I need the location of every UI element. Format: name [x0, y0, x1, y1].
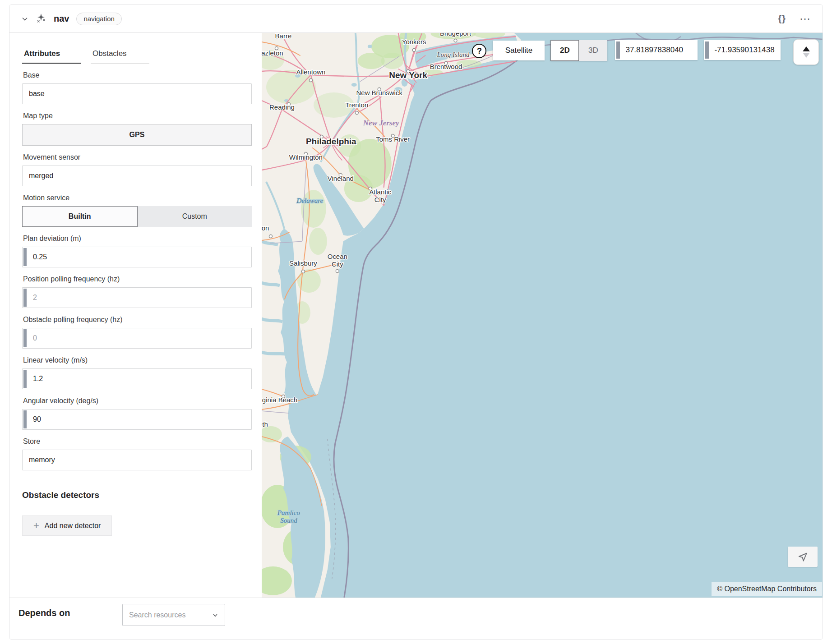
- tab-attributes[interactable]: Attributes: [22, 49, 81, 64]
- linear-velocity-label: Linear velocity (m/s): [23, 356, 251, 364]
- svg-text:Hazleton: Hazleton: [262, 49, 283, 57]
- map-mode-2d-button[interactable]: 2D: [550, 40, 579, 61]
- field-movement-sensor: Movement sensor: [22, 153, 251, 186]
- plan-deviation-input[interactable]: [22, 247, 252, 267]
- svg-text:Vineland: Vineland: [328, 175, 354, 182]
- map-canvas[interactable]: BarreHazletonAllentownReadingLancasterPh…: [262, 33, 823, 598]
- resource-card: nav navigation {} ⋯ Attributes Obstacles…: [9, 5, 823, 639]
- map-mode-toggle: 2D 3D: [550, 40, 607, 61]
- svg-text:Virginia Beach: Virginia Beach: [262, 396, 297, 404]
- angular-velocity-label: Angular velocity (deg/s): [23, 397, 251, 405]
- tab-obstacles[interactable]: Obstacles: [91, 49, 149, 64]
- latitude-field: [615, 40, 698, 60]
- position-polling-input[interactable]: [22, 287, 252, 308]
- field-map-type: Map type GPS: [22, 112, 251, 146]
- svg-text:Wilmington: Wilmington: [289, 153, 323, 161]
- longitude-field: [704, 40, 781, 60]
- motion-service-segmented: Builtin Custom: [22, 206, 252, 227]
- svg-text:PamlicoSound: PamlicoSound: [277, 509, 300, 524]
- svg-text:Yonkers: Yonkers: [402, 38, 426, 46]
- plan-deviation-label: Plan deviation (m): [23, 235, 251, 243]
- add-new-detector-label: Add new detector: [45, 522, 101, 530]
- attributes-panel: Attributes Obstacles Base Map type GPS M…: [9, 33, 262, 598]
- map-type-gps-button[interactable]: GPS: [22, 124, 252, 146]
- field-position-polling: Position polling frequency (hz): [22, 275, 251, 308]
- step-down-icon[interactable]: [803, 53, 809, 58]
- navigation-arrow-icon: [797, 551, 809, 563]
- field-motion-service: Motion service Builtin Custom: [22, 194, 251, 227]
- latitude-input[interactable]: [615, 40, 698, 60]
- svg-text:Barre: Barre: [275, 33, 292, 40]
- store-label: Store: [23, 437, 251, 446]
- motion-service-builtin-button[interactable]: Builtin: [22, 206, 138, 227]
- satellite-toggle-button[interactable]: Satellite: [493, 41, 545, 60]
- svg-text:Reading: Reading: [269, 103, 295, 111]
- map-container: BarreHazletonAllentownReadingLancasterPh…: [262, 33, 823, 598]
- svg-text:New York: New York: [389, 70, 428, 80]
- base-input[interactable]: [22, 83, 252, 104]
- depends-on-select[interactable]: Search resources: [122, 604, 225, 626]
- field-store: Store: [22, 437, 251, 470]
- movement-sensor-label: Movement sensor: [23, 153, 251, 161]
- step-up-icon[interactable]: [803, 46, 810, 51]
- motion-service-label: Motion service: [23, 194, 251, 202]
- svg-text:Toms River: Toms River: [376, 135, 410, 143]
- svg-text:New Jersey: New Jersey: [363, 119, 399, 127]
- svg-text:Philadelphia: Philadelphia: [306, 137, 356, 146]
- obstacle-detectors-heading: Obstacle detectors: [22, 490, 251, 500]
- movement-sensor-input[interactable]: [22, 166, 252, 186]
- svg-text:Bridgeport: Bridgeport: [440, 33, 471, 37]
- locate-button[interactable]: [788, 547, 818, 567]
- svg-text:Long Island: Long Island: [437, 51, 470, 58]
- collapse-chevron-icon[interactable]: [21, 15, 28, 23]
- linear-velocity-input[interactable]: [22, 368, 252, 389]
- svg-text:Trenton: Trenton: [346, 101, 369, 109]
- map-attribution: © OpenStreetMap Contributors: [712, 582, 822, 596]
- json-mode-icon[interactable]: {}: [778, 14, 786, 24]
- motion-service-custom-button[interactable]: Custom: [138, 206, 252, 227]
- resource-card-header: nav navigation {} ⋯: [9, 5, 823, 33]
- resource-type-badge: navigation: [76, 13, 121, 25]
- field-linear-velocity: Linear velocity (m/s): [22, 356, 251, 389]
- svg-text:Brentwood: Brentwood: [430, 63, 462, 70]
- navigation-service-icon: [36, 13, 46, 25]
- zoom-stepper[interactable]: [793, 39, 819, 65]
- svg-text:Allentown: Allentown: [296, 68, 326, 76]
- store-input[interactable]: [22, 450, 252, 470]
- field-obstacle-polling: Obstacle polling frequency (hz): [22, 316, 251, 349]
- add-new-detector-button[interactable]: + Add new detector: [22, 515, 112, 536]
- chevron-down-icon: [212, 612, 218, 618]
- longitude-input[interactable]: [704, 40, 781, 60]
- angular-velocity-input[interactable]: [22, 409, 252, 430]
- depends-on-bar: Depends on Search resources: [9, 598, 823, 639]
- panel-tabs: Attributes Obstacles: [22, 49, 251, 64]
- search-resources-placeholder: Search resources: [129, 611, 212, 619]
- svg-text:Delaware: Delaware: [296, 197, 324, 204]
- map-type-label: Map type: [23, 112, 251, 120]
- map-mode-3d-button[interactable]: 3D: [579, 40, 607, 61]
- depends-on-heading: Depends on: [18, 608, 70, 618]
- field-base: Base: [22, 71, 251, 104]
- field-angular-velocity: Angular velocity (deg/s): [22, 397, 251, 430]
- position-polling-label: Position polling frequency (hz): [23, 275, 251, 283]
- base-label: Base: [23, 71, 251, 79]
- obstacle-polling-input[interactable]: [22, 328, 252, 349]
- obstacle-polling-label: Obstacle polling frequency (hz): [23, 316, 251, 324]
- svg-text:Easton: Easton: [262, 224, 269, 232]
- svg-text:Salisbury: Salisbury: [290, 259, 318, 267]
- resource-name: nav: [54, 14, 69, 24]
- field-plan-deviation: Plan deviation (m): [22, 235, 251, 267]
- svg-text:New Brunswick: New Brunswick: [356, 89, 403, 97]
